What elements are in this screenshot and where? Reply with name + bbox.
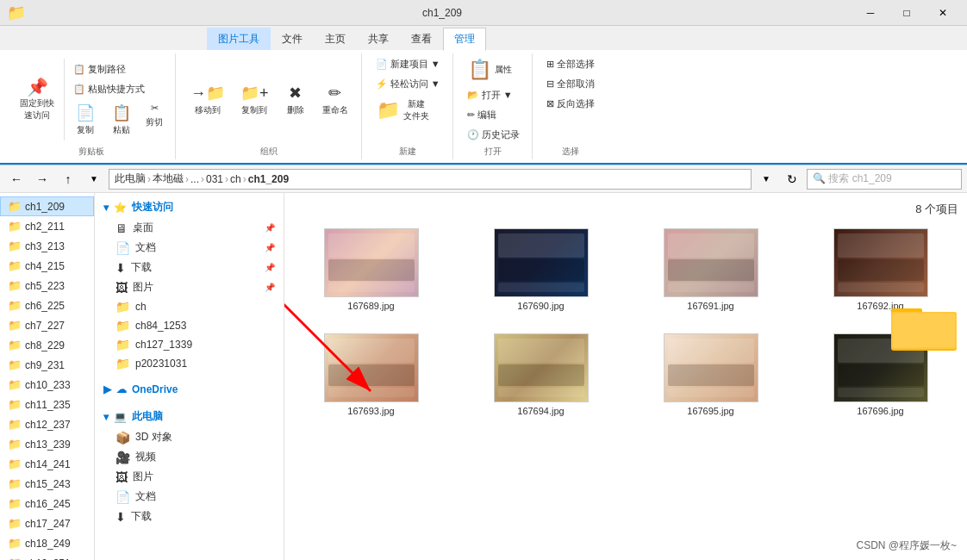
sidebar-item-documents-pc[interactable]: 📄 文档 [95,487,284,507]
tab-view[interactable]: 查看 [400,28,443,50]
file-item[interactable]: 167693.jpg [293,329,449,420]
tab-file[interactable]: 文件 [271,28,314,50]
left-panel-item-ch6_225[interactable]: 📁ch6_225 [0,296,94,315]
cut-button[interactable]: ✂ 剪切 [140,100,168,140]
maximize-button[interactable]: □ [889,3,924,22]
delete-button[interactable]: ✖ 删除 [278,80,313,120]
sidebar-item-pictures-pc[interactable]: 🖼 图片 [95,467,284,487]
folder-icon: 📁 [7,3,26,22]
onedrive-header[interactable]: ▶ ☁ OneDrive [95,380,284,399]
sidebar-item-p20231031[interactable]: 📁 p20231031 [95,354,284,373]
open-button[interactable]: 📂 打开 ▼ [462,86,518,104]
left-panel-item-ch19_251[interactable]: 📁ch19_251 [0,553,94,560]
sidebar-item-video[interactable]: 🎥 视频 [95,447,284,467]
scissors-icon: ✂ [151,103,159,114]
left-panel-item-ch13_239[interactable]: 📁ch13_239 [0,434,94,454]
address-dropdown-button[interactable]: ▼ [755,168,777,190]
paste-button[interactable]: 📋 粘贴 [104,100,139,140]
file-item[interactable]: 167694.jpg [463,329,619,420]
left-panel-item-ch4_215[interactable]: 📁ch4_215 [0,256,94,276]
pin-indicator-2: 📌 [265,243,275,252]
edit-button[interactable]: ✏ 编辑 [462,106,502,124]
clipboard-label: 剪贴板 [78,146,104,158]
sidebar-item-pictures[interactable]: 🖼 图片 📌 [95,277,284,297]
tab-manage[interactable]: 管理 [443,28,486,51]
left-panel-item-ch1_209[interactable]: 📁ch1_209 [0,196,94,216]
new-buttons: 📄 新建项目 ▼ ⚡ 轻松访问 ▼ 📁 新建文件夹 [371,55,446,144]
copy-path-button[interactable]: 📋 复制路径 [68,60,168,78]
left-panel-item-ch8_229[interactable]: 📁ch8_229 [0,335,94,355]
content-area: 8 个项目 167689.jpg 167690.jpg 167691.jpg 1… [284,193,967,560]
search-box[interactable]: 🔍 搜索 ch1_209 [807,169,962,190]
copy-to-button[interactable]: 📁+ 复制到 [234,80,275,120]
history-button[interactable]: 🕐 历史记录 [462,126,525,144]
recent-locations-button[interactable]: ▼ [83,168,105,190]
file-name: 167690.jpg [517,301,564,311]
file-item[interactable]: 167690.jpg [463,224,619,315]
sidebar-item-downloads-pc[interactable]: ⬇ 下载 [95,507,284,526]
rename-button[interactable]: ✏ 重命名 [316,80,354,120]
sidebar-item-ch127[interactable]: 📁 ch127_1339 [95,335,284,354]
desktop-icon: 🖥 [115,221,128,235]
left-panel-item-ch10_233[interactable]: 📁ch10_233 [0,375,94,395]
move-to-button[interactable]: →📁 移动到 [184,80,231,120]
left-panel-item-ch12_237[interactable]: 📁ch12_237 [0,414,94,434]
back-button[interactable]: ← [5,168,28,190]
sidebar-item-desktop[interactable]: 🖥 桌面 📌 [95,218,284,238]
left-panel-item-ch5_223[interactable]: 📁ch5_223 [0,276,94,296]
pin-indicator-4: 📌 [265,283,275,292]
close-button[interactable]: ✕ [926,3,960,22]
paste-icon: 📋 [112,103,131,122]
main-area: 📁ch1_209📁ch2_211📁ch3_213📁ch4_215📁ch5_223… [0,193,967,560]
up-button[interactable]: ↑ [57,168,79,190]
properties-button[interactable]: 📋 属性 [462,55,518,84]
pin-to-quick-access-button[interactable]: 📌 固定到快速访问 [14,75,60,125]
folder-icon: 📁 [8,457,22,470]
tab-home[interactable]: 主页 [314,28,357,50]
left-panel-item-ch17_247[interactable]: 📁ch17_247 [0,513,94,533]
select-all-button[interactable]: ⊞ 全部选择 [541,55,600,73]
folder-icon: 📁 [8,200,22,213]
this-pc-header[interactable]: ▾ 💻 此电脑 [95,406,284,427]
tab-share[interactable]: 共享 [357,28,400,50]
left-panel-item-ch3_213[interactable]: 📁ch3_213 [0,236,94,256]
left-panel-item-ch14_241[interactable]: 📁ch14_241 [0,454,94,474]
left-panel-list: 📁ch1_209📁ch2_211📁ch3_213📁ch4_215📁ch5_223… [0,196,94,560]
forward-button[interactable]: → [31,168,53,190]
sidebar-item-downloads[interactable]: ⬇ 下载 📌 [95,258,284,277]
large-folder-icon [889,296,958,352]
folder-icon: 📁 [8,259,22,272]
left-panel-item-ch7_227[interactable]: 📁ch7_227 [0,315,94,335]
sidebar-item-documents[interactable]: 📄 文档 📌 [95,238,284,258]
left-panel-item-ch16_245[interactable]: 📁ch16_245 [0,494,94,513]
new-item-button[interactable]: 📄 新建项目 ▼ [371,55,446,73]
copy-button[interactable]: 📄 复制 [68,100,103,140]
left-panel-item-ch18_249[interactable]: 📁ch18_249 [0,533,94,553]
left-panel-item-ch9_231[interactable]: 📁ch9_231 [0,355,94,375]
folder-icon: 📁 [8,358,22,371]
invert-selection-button[interactable]: ⊠ 反向选择 [541,95,600,113]
folder-item-large[interactable] [889,296,958,352]
address-input[interactable]: 此电脑 › 本地磁 › ... › 031 › ch › ch1_209 [109,169,752,190]
left-panel-item-ch15_243[interactable]: 📁ch15_243 [0,474,94,494]
left-panel-item-ch2_211[interactable]: 📁ch2_211 [0,216,94,236]
sidebar-item-ch[interactable]: 📁 ch [95,297,284,316]
sidebar-item-ch84[interactable]: 📁 ch84_1253 [95,316,284,335]
refresh-button[interactable]: ↻ [781,168,803,190]
file-item[interactable]: 167695.jpg [633,329,789,420]
select-none-button[interactable]: ⊟ 全部取消 [541,75,600,93]
left-panel-item-ch11_235[interactable]: 📁ch11_235 [0,395,94,414]
new-folder-button[interactable]: 📁 新建文件夹 [371,95,435,126]
minimize-button[interactable]: ─ [853,3,888,22]
paste-shortcut-button[interactable]: 📋 粘贴快捷方式 [68,80,168,98]
download-icon-2: ⬇ [115,510,126,524]
tab-image-tools[interactable]: 图片工具 [207,28,271,50]
organize-buttons: →📁 移动到 📁+ 复制到 ✖ 删除 ✏ 重命名 [184,55,354,144]
file-item[interactable]: 167689.jpg [293,224,449,315]
organize-label: 组织 [260,146,278,158]
file-item[interactable]: 167691.jpg [633,224,789,315]
sidebar-item-3d[interactable]: 📦 3D 对象 [95,427,284,447]
folder-icon-ch: 📁 [115,300,130,314]
easy-access-button[interactable]: ⚡ 轻松访问 ▼ [371,75,446,93]
quick-access-header[interactable]: ▾ ⭐ 快速访问 [95,196,284,218]
